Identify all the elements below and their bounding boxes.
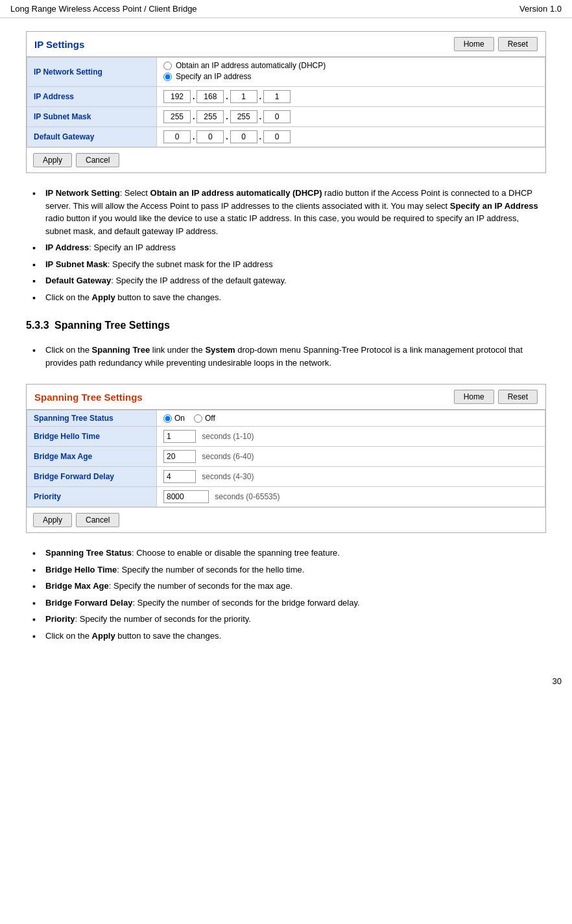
ip-addr-octet3[interactable] <box>230 90 257 103</box>
bridge-hello-text: : Specify the number of seconds for the … <box>117 565 304 575</box>
list-item: IP Network Setting: Select Obtain an IP … <box>32 185 546 239</box>
ip-addr-octet2[interactable] <box>197 90 224 103</box>
page-title: Long Range Wireless Access Point / Clien… <box>10 4 197 14</box>
bridge-max-age-value: seconds (6-40) <box>157 447 545 467</box>
ip-panel-footer: Apply Cancel <box>27 147 545 172</box>
gateway-dot-3: . <box>259 132 261 141</box>
spanning-intro-mid: link under the <box>150 345 205 355</box>
subnet-octet2[interactable] <box>197 110 224 123</box>
ip-settings-table: IP Network Setting Obtain an IP address … <box>27 57 545 147</box>
ip-subnet-bold: IP Subnet Mask <box>45 259 108 269</box>
ip-specify-bold: Specify an IP Address <box>450 201 538 211</box>
table-row: Default Gateway . . . <box>27 127 545 147</box>
subnet-dot-1: . <box>193 112 195 121</box>
spanning-cancel-button[interactable]: Cancel <box>76 513 119 527</box>
spanning-bullet-section: Spanning Tree Status: Choose to enable o… <box>26 545 546 644</box>
gateway-octet2[interactable] <box>197 130 224 143</box>
on-radio-item: On <box>163 414 185 423</box>
ip-address-inputs: . . . <box>163 90 538 103</box>
table-row: Bridge Hello Time seconds (1-10) <box>27 427 545 447</box>
gateway-octet4[interactable] <box>263 130 291 143</box>
spanning-apply-rest: button to save the changes. <box>115 631 221 641</box>
spanning-status-text: : Choose to enable or disable the spanni… <box>132 548 340 558</box>
section-number: 5.3.3 <box>26 320 49 331</box>
subnet-octet4[interactable] <box>263 110 291 123</box>
gateway-inputs: . . . <box>163 130 538 143</box>
ip-panel-title: IP Settings <box>34 39 84 50</box>
off-radio-item: Off <box>194 414 215 423</box>
ip-apply-text-prefix: Click on the <box>45 292 92 302</box>
bridge-forward-delay-label: Bridge Forward Delay <box>27 467 157 487</box>
spanning-apply-button[interactable]: Apply <box>33 513 72 527</box>
on-radio[interactable] <box>163 414 172 423</box>
on-label: On <box>174 414 185 423</box>
static-radio[interactable] <box>163 73 172 81</box>
ip-home-button[interactable]: Home <box>454 37 494 51</box>
bridge-max-age-hint: seconds (6-40) <box>202 452 254 461</box>
gateway-dot-1: . <box>193 132 195 141</box>
bridge-forward-delay-hint: seconds (4-30) <box>202 472 254 481</box>
bridge-hello-bold: Bridge Hello Time <box>45 565 117 575</box>
subnet-mask-value: . . . <box>157 107 545 127</box>
bridge-forward-delay-input[interactable] <box>163 470 196 483</box>
system-bold: System <box>205 345 235 355</box>
priority-input[interactable] <box>163 490 209 503</box>
ip-address-label: IP Address <box>27 87 157 107</box>
bridge-forward-delay-value: seconds (4-30) <box>157 467 545 487</box>
list-item: IP Subnet Mask: Specify the subnet mask … <box>32 256 546 273</box>
ip-reset-button[interactable]: Reset <box>498 37 538 51</box>
ip-network-setting-value: Obtain an IP address automatically (DHCP… <box>157 58 545 87</box>
ip-addr-octet1[interactable] <box>163 90 191 103</box>
subnet-mask-label: IP Subnet Mask <box>27 107 157 127</box>
ip-network-dhcp-bold: Obtain an IP address automatically (DHCP… <box>150 188 322 198</box>
page-number: 30 <box>553 676 562 686</box>
gateway-dot-2: . <box>226 132 228 141</box>
ip-apply-text-rest: button to save the changes. <box>115 292 221 302</box>
subnet-dot-2: . <box>226 112 228 121</box>
on-off-group: On Off <box>163 414 538 423</box>
priority-text: : Specify the number of seconds for the … <box>75 614 251 624</box>
ip-network-setting-text2: radio button if you would like the devic… <box>45 213 519 236</box>
ip-addr-octet4[interactable] <box>263 90 291 103</box>
table-row: IP Network Setting Obtain an IP address … <box>27 58 545 87</box>
list-item: IP Address: Specify an IP address <box>32 239 546 256</box>
default-gateway-bold: Default Gateway <box>45 276 111 285</box>
ip-address-value: . . . <box>157 87 545 107</box>
ip-footer-buttons: Apply Cancel <box>33 153 539 167</box>
subnet-octet3[interactable] <box>230 110 257 123</box>
default-gateway-text: : Specify the IP address of the default … <box>111 276 287 285</box>
list-item: Spanning Tree Status: Choose to enable o… <box>32 545 546 562</box>
spanning-bullet-list: Spanning Tree Status: Choose to enable o… <box>32 545 546 644</box>
ip-dot-1: . <box>193 92 195 101</box>
off-radio[interactable] <box>194 414 202 423</box>
priority-hint: seconds (0-65535) <box>215 492 280 501</box>
spanning-intro-section: Click on the Spanning Tree link under th… <box>26 342 546 371</box>
spanning-panel-title-row: Spanning Tree Settings Home Reset <box>27 385 545 410</box>
bridge-hello-input[interactable] <box>163 430 196 443</box>
table-row: Bridge Max Age seconds (6-40) <box>27 447 545 467</box>
spanning-reset-button[interactable]: Reset <box>498 390 538 404</box>
spanning-status-bold: Spanning Tree Status <box>45 548 132 558</box>
gateway-octet3[interactable] <box>230 130 257 143</box>
ip-panel-header-buttons: Home Reset <box>454 37 538 51</box>
page-version: Version 1.0 <box>519 4 562 14</box>
spanning-panel-title: Spanning Tree Settings <box>34 392 143 403</box>
spanning-intro-prefix: Click on the <box>45 345 92 355</box>
dhcp-radio[interactable] <box>163 62 172 70</box>
list-item: Click on the Spanning Tree link under th… <box>32 342 546 371</box>
bridge-max-age-input[interactable] <box>163 450 196 463</box>
static-radio-row: Specify an IP address <box>163 72 538 81</box>
spanning-settings-table: Spanning Tree Status On Off <box>27 410 545 507</box>
ip-cancel-button[interactable]: Cancel <box>76 153 119 167</box>
list-item: Bridge Hello Time: Specify the number of… <box>32 562 546 578</box>
bridge-forward-delay-text: : Specify the number of seconds for the … <box>132 598 359 608</box>
ip-address-bold: IP Address <box>45 243 89 252</box>
ip-apply-button[interactable]: Apply <box>33 153 72 167</box>
spanning-home-button[interactable]: Home <box>454 390 494 404</box>
bridge-hello-label: Bridge Hello Time <box>27 427 157 447</box>
ip-network-setting-bold: IP Network Setting <box>45 188 120 198</box>
subnet-octet1[interactable] <box>163 110 191 123</box>
spanning-status-value: On Off <box>157 410 545 427</box>
gateway-octet1[interactable] <box>163 130 191 143</box>
spanning-tree-panel: Spanning Tree Settings Home Reset Spanni… <box>26 384 546 533</box>
